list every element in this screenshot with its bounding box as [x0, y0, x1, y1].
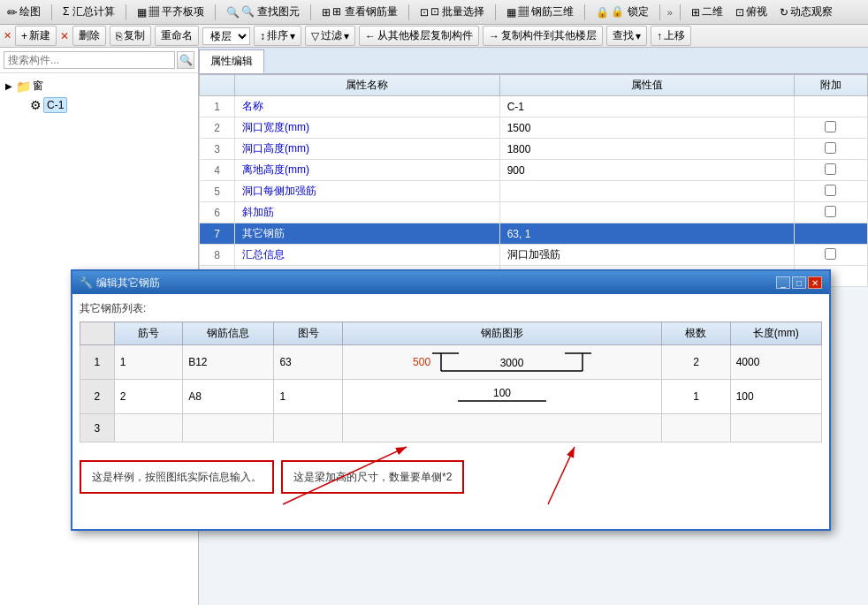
- rebar-info[interactable]: B12: [183, 345, 274, 380]
- dialog-titlebar: 🔧 编辑其它钢筋 _ □ ✕: [72, 271, 829, 294]
- prop-checkbox[interactable]: [825, 248, 836, 260]
- rebar-fig-num[interactable]: 63: [274, 345, 342, 380]
- search-input[interactable]: [4, 51, 175, 69]
- rebar-table-row[interactable]: 11B1263 500 3000 24000: [80, 345, 822, 380]
- new-button[interactable]: + 新建: [15, 26, 57, 46]
- prop-row-checkbox[interactable]: [794, 117, 867, 139]
- rebar-bar-num[interactable]: 1: [114, 345, 182, 380]
- table-row[interactable]: 8汇总信息洞口加强筋: [200, 245, 868, 266]
- prop-row-num: 1: [200, 96, 235, 117]
- sort-button[interactable]: ↕ 排序 ▾: [254, 26, 301, 46]
- tree-root[interactable]: ▶ 📁 窗: [4, 77, 194, 95]
- prop-row-num: 4: [200, 160, 235, 181]
- col-barnum-header: 筋号: [114, 322, 182, 345]
- table-row[interactable]: 6斜加筋: [200, 202, 868, 223]
- x-icon: ✕: [60, 30, 69, 42]
- prop-row-name: 洞口宽度(mm): [234, 117, 499, 139]
- find-button[interactable]: 查找 ▾: [606, 26, 647, 46]
- tree-child[interactable]: ⚙ C-1: [18, 95, 194, 115]
- rebar-bar-num[interactable]: [114, 414, 182, 442]
- tree-child-label: C-1: [43, 97, 67, 113]
- rebar-fig-num[interactable]: [274, 414, 342, 442]
- 2d-label: 二维: [702, 4, 723, 19]
- toolbar-draw[interactable]: ✏ 绘图: [4, 3, 44, 21]
- rebar-length[interactable]: 4000: [730, 345, 821, 380]
- expand-icon: »: [667, 7, 673, 18]
- rebar-length[interactable]: 100: [730, 380, 821, 414]
- toolbar-dynamic[interactable]: ↻ 动态观察: [776, 3, 836, 21]
- prop-checkbox[interactable]: [825, 185, 836, 196]
- prop-checkbox[interactable]: [825, 121, 836, 132]
- shape-l-svg: 100: [449, 383, 555, 410]
- prop-row-checkbox[interactable]: [794, 139, 867, 160]
- rebar-info[interactable]: [183, 414, 274, 442]
- rebar-count[interactable]: 1: [662, 380, 730, 414]
- prop-row-checkbox[interactable]: [794, 160, 867, 181]
- table-row[interactable]: 4离地高度(mm)900: [200, 160, 868, 181]
- copy-to-button[interactable]: → 复制构件到其他楼层: [483, 26, 603, 46]
- up-button[interactable]: ↑ 上移: [651, 26, 691, 46]
- prop-row-name: 名称: [234, 96, 499, 117]
- rename-button[interactable]: 重命名: [155, 26, 199, 46]
- close-button[interactable]: ✕: [808, 276, 822, 289]
- tab-label: 属性编辑: [210, 55, 253, 67]
- copy-to-icon: →: [489, 30, 499, 42]
- rebar-info[interactable]: A8: [183, 380, 274, 414]
- prop-checkbox[interactable]: [825, 142, 836, 154]
- toolbar-find[interactable]: 🔍 🔍 查找图元: [223, 3, 303, 21]
- copy-from-button[interactable]: ← 从其他楼层复制构件: [359, 26, 479, 46]
- prop-row-num: 7: [200, 223, 235, 245]
- rebar-bar-num[interactable]: 2: [114, 380, 182, 414]
- toolbar-view-rebar[interactable]: ⊞ ⊞ 查看钢筋量: [318, 3, 400, 21]
- rebar-row-num: 2: [80, 380, 115, 414]
- svg-text:3000: 3000: [500, 357, 524, 369]
- table-row[interactable]: 5洞口每侧加强筋: [200, 181, 868, 202]
- dialog-icon: 🔧: [80, 276, 93, 289]
- toolbar-view3d[interactable]: ⊡ 俯视: [732, 3, 771, 21]
- toolbar-rebar3d[interactable]: ▦ ▦ 钢筋三维: [503, 3, 577, 21]
- toolbar-batch[interactable]: ⊡ ⊡ 批量选择: [416, 3, 488, 21]
- annotation-text-1: 这是样例，按照图纸实际信息输入。: [92, 471, 262, 483]
- prop-row-checkbox[interactable]: [794, 202, 867, 223]
- toolbar-2d[interactable]: ⊞ 二维: [688, 3, 727, 21]
- prop-row-checkbox[interactable]: [794, 245, 867, 266]
- sep1: [51, 4, 52, 20]
- lock-label: 🔒 锁定: [611, 4, 648, 19]
- toolbar-grid[interactable]: ▦ ▦ 平齐板项: [133, 3, 208, 21]
- copy-button[interactable]: ⎘ 复制: [110, 26, 151, 46]
- table-row[interactable]: 1名称C-1: [200, 96, 868, 117]
- rename-label: 重命名: [161, 28, 193, 43]
- minimize-button[interactable]: _: [776, 276, 790, 289]
- search-icon: 🔍: [179, 54, 193, 66]
- toolbar-lock[interactable]: 🔒 🔒 锁定: [592, 3, 651, 21]
- grid-label: ▦ 平齐板项: [148, 4, 204, 19]
- prop-row-value: 900: [499, 160, 794, 181]
- rebar-fig-num[interactable]: 1: [274, 380, 342, 414]
- prop-checkbox[interactable]: [825, 206, 836, 217]
- rebar-count[interactable]: 2: [662, 345, 730, 380]
- search-button[interactable]: 🔍: [177, 51, 194, 69]
- rebar-table-row[interactable]: 22A81 100 1100: [80, 380, 822, 414]
- tab-property-edit[interactable]: 属性编辑: [199, 49, 264, 73]
- table-row[interactable]: 3洞口高度(mm)1800: [200, 139, 868, 160]
- col-propvalue: 属性值: [499, 75, 794, 96]
- filter-button[interactable]: ▽ 过滤 ▾: [305, 26, 355, 46]
- rebar-length[interactable]: [730, 414, 821, 442]
- floor-select[interactable]: 楼层 首层: [202, 27, 250, 45]
- toolbar-sum[interactable]: Σ 汇总计算: [59, 3, 118, 21]
- table-row[interactable]: 2洞口宽度(mm)1500: [200, 117, 868, 139]
- rebar3d-icon: ▦: [506, 6, 516, 19]
- tree-root-label: 窗: [33, 79, 43, 94]
- delete-button[interactable]: 删除: [72, 26, 106, 46]
- filter-label: 过滤: [321, 28, 342, 43]
- rebar-table-row[interactable]: 3: [80, 414, 822, 442]
- sep3: [215, 4, 216, 20]
- prop-row-value: 1800: [499, 139, 794, 160]
- prop-checkbox[interactable]: [825, 163, 836, 175]
- rebar-count[interactable]: [662, 414, 730, 442]
- prop-row-checkbox[interactable]: [794, 181, 867, 202]
- prop-row-value[interactable]: 63, 1: [499, 223, 794, 245]
- table-row[interactable]: 7其它钢筋63, 1: [200, 223, 868, 245]
- tree-expand-icon: ▶: [4, 81, 14, 91]
- maximize-button[interactable]: □: [792, 276, 806, 289]
